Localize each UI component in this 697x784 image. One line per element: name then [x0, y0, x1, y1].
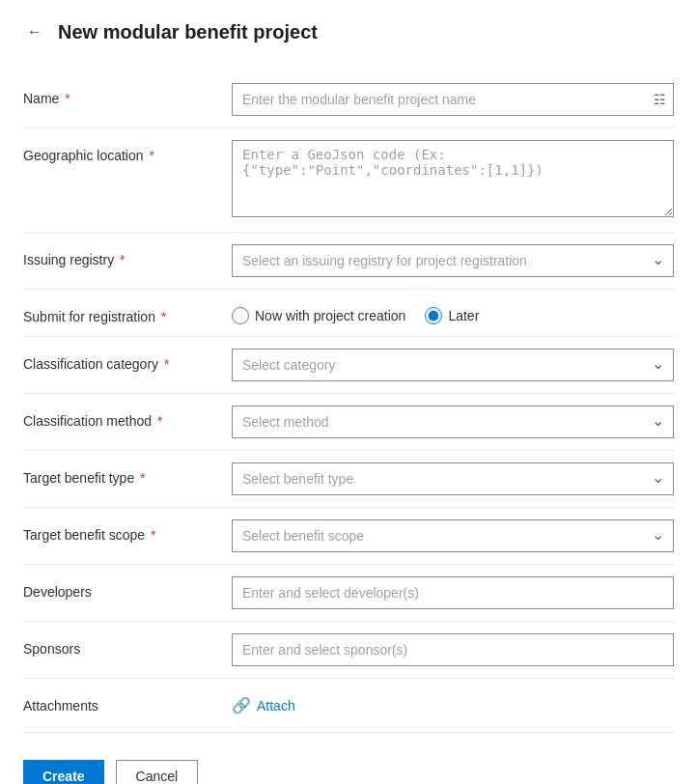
bs-required-marker: *	[147, 527, 155, 543]
developers-field-wrapper	[232, 576, 674, 609]
name-required-marker: *	[61, 91, 70, 106]
submit-registration-label: Submit for registration *	[23, 301, 216, 324]
developers-label: Developers	[23, 576, 216, 600]
developers-row: Developers	[23, 565, 674, 622]
benefit-type-label: Target benefit type *	[23, 462, 216, 486]
name-input-wrapper: ☷	[232, 83, 674, 116]
attach-button[interactable]: 🔗 Attach	[232, 690, 295, 720]
submit-registration-row: Submit for registration * Now with proje…	[23, 290, 674, 337]
back-arrow-icon: ←	[27, 23, 42, 41]
page-header: ← New modular benefit project	[23, 19, 674, 44]
geo-input[interactable]	[232, 140, 674, 217]
benefit-type-row: Target benefit type * Select benefit typ…	[23, 451, 674, 508]
developers-input[interactable]	[232, 576, 674, 609]
name-field-wrapper: ☷	[232, 83, 674, 116]
name-row: Name * ☷	[23, 71, 674, 128]
sponsors-input[interactable]	[232, 633, 674, 666]
submit-now-radio[interactable]	[232, 307, 249, 324]
issuing-required-marker: *	[116, 252, 125, 267]
attachments-field-wrapper: 🔗 Attach	[232, 690, 674, 720]
classification-category-label: Classification category *	[23, 349, 216, 372]
submit-now-label: Now with project creation	[255, 308, 405, 323]
classification-category-select[interactable]: Select category	[232, 349, 674, 381]
submit-later-label: Later	[448, 308, 479, 323]
classification-method-field-wrapper: Select method	[232, 406, 674, 438]
classification-method-label: Classification method *	[23, 406, 216, 429]
attachments-label: Attachments	[23, 690, 216, 714]
issuing-select-wrapper: Select an issuing registry for project r…	[232, 244, 674, 277]
benefit-scope-label: Target benefit scope *	[23, 519, 216, 543]
sponsors-row: Sponsors	[23, 622, 674, 679]
sponsors-field-wrapper	[232, 633, 674, 666]
attach-icon: 🔗	[232, 696, 251, 714]
benefit-scope-select-wrapper: Select benefit scope	[232, 519, 674, 552]
submit-required-marker: *	[157, 309, 166, 324]
geo-label: Geographic location *	[23, 140, 216, 163]
sponsors-label: Sponsors	[23, 633, 216, 657]
submit-radio-group: Now with project creation Later	[232, 301, 674, 324]
issuing-select[interactable]: Select an issuing registry for project r…	[232, 244, 674, 277]
submit-registration-field-wrapper: Now with project creation Later	[232, 301, 674, 324]
name-label: Name *	[23, 83, 216, 106]
geo-row: Geographic location *	[23, 128, 674, 233]
bt-required-marker: *	[136, 470, 145, 486]
classification-method-row: Classification method * Select method	[23, 394, 674, 451]
geo-field-wrapper	[232, 140, 674, 220]
issuing-row: Issuing registry * Select an issuing reg…	[23, 233, 674, 290]
form-actions: Create Cancel	[23, 741, 674, 784]
issuing-field-wrapper: Select an issuing registry for project r…	[232, 244, 674, 277]
name-input[interactable]	[232, 83, 674, 116]
benefit-type-select[interactable]: Select benefit type	[232, 462, 674, 495]
benefit-type-select-wrapper: Select benefit type	[232, 462, 674, 495]
classification-method-select[interactable]: Select method	[232, 406, 674, 438]
submit-later-radio[interactable]	[425, 307, 442, 324]
benefit-scope-row: Target benefit scope * Select benefit sc…	[23, 508, 674, 565]
classification-method-select-wrapper: Select method	[232, 406, 674, 438]
cc-required-marker: *	[160, 356, 169, 372]
classification-category-select-wrapper: Select category	[232, 349, 674, 381]
create-button[interactable]: Create	[23, 760, 104, 784]
classification-category-row: Classification category * Select categor…	[23, 337, 674, 394]
benefit-scope-field-wrapper: Select benefit scope	[232, 519, 674, 552]
benefit-scope-select[interactable]: Select benefit scope	[232, 519, 674, 552]
attach-label: Attach	[257, 698, 295, 714]
classification-category-field-wrapper: Select category	[232, 349, 674, 381]
geo-required-marker: *	[146, 148, 154, 163]
page-title: New modular benefit project	[58, 21, 318, 43]
issuing-label: Issuing registry *	[23, 244, 216, 267]
submit-later-option[interactable]: Later	[425, 307, 479, 324]
cm-required-marker: *	[153, 413, 162, 429]
cancel-button[interactable]: Cancel	[116, 760, 199, 784]
submit-now-option[interactable]: Now with project creation	[232, 307, 405, 324]
back-button[interactable]: ←	[23, 19, 46, 44]
benefit-type-field-wrapper: Select benefit type	[232, 462, 674, 495]
attachments-row: Attachments 🔗 Attach	[23, 679, 674, 733]
